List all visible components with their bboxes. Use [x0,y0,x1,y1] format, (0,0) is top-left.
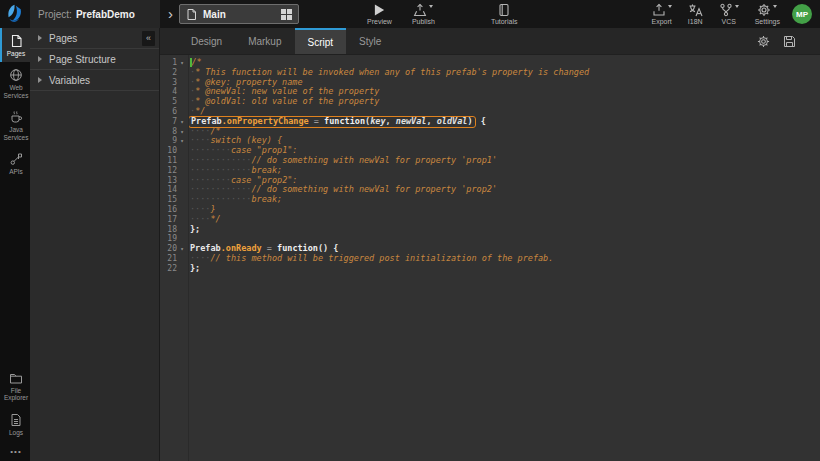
code-token: function [324,116,365,126]
chevron-down-icon [773,5,777,8]
fold-spacer [177,225,187,235]
code-token: oldVal [437,116,468,126]
rail-bottom-items: File ExplorerLogs••• [0,366,30,461]
code-token: ···· [190,126,210,136]
pages-icon [10,34,23,48]
tab-script[interactable]: Script [295,28,347,54]
code-token: * @key: property name [195,77,302,87]
script-settings-gear-icon[interactable] [757,35,770,48]
publish-button[interactable]: Publish [406,0,441,28]
panel-section-pages[interactable]: Pages« [30,28,159,49]
code-line: 5·* @oldVal: old value of the property [160,97,820,107]
panel-section-page-structure[interactable]: Page Structure [30,49,159,70]
code-token: ············ [190,194,251,204]
tab-style[interactable]: Style [346,28,394,54]
code-token: Prefab [190,243,221,253]
fold-spacer [177,78,187,88]
toolbar-label: Preview [367,18,392,25]
code-line: 18}; [160,225,820,235]
script-editor[interactable]: 1▾/*2·* This function will be invoked wh… [160,55,820,461]
sidebar-item-label: Logs [9,429,23,436]
rail-top-items: PagesWeb ServicesJava ServicesAPIs [0,28,30,181]
code-token: // this method will be triggered post in… [210,253,553,263]
code-line: 15············break; [160,195,820,205]
line-number: 17 [160,215,177,225]
sidebar-item-apis[interactable]: APIs [0,146,30,180]
file-explorer-icon [9,372,23,385]
code-token: */ [195,106,205,116]
export-icon [652,3,666,17]
wavemaker-logo[interactable] [0,0,30,28]
user-avatar[interactable]: MP [792,4,812,24]
code-token: ········ [190,145,231,155]
code-token: break; [251,165,282,175]
publish-icon [413,3,427,17]
code-token: ···· [190,135,210,145]
logs-icon [10,413,22,427]
sidebar-item-file-explorer[interactable]: File Explorer [0,366,30,407]
fold-toggle-icon[interactable]: ▾ [177,136,187,146]
sidebar-item-logs[interactable]: Logs [0,407,30,441]
line-number: 2 [160,68,177,78]
sidebar-item-label: Pages [7,50,25,57]
fold-toggle-icon[interactable]: ▾ [177,244,187,254]
sidebar-item-more[interactable]: ••• [0,441,30,461]
fold-spacer [177,215,187,225]
collapse-panel-button[interactable]: « [142,31,155,46]
left-icon-rail: PagesWeb ServicesJava ServicesAPIs File … [0,28,30,461]
toolbar-label: Export [651,18,671,25]
panel-section-variables[interactable]: Variables [30,70,159,91]
code-token: /* [210,126,220,136]
line-number: 22 [160,264,177,274]
topbar-actions-right: ExportI18NVCSSettings [645,0,786,28]
tab-design[interactable]: Design [178,28,235,54]
code-token: case "prop2": [231,175,298,185]
save-icon[interactable] [783,35,796,48]
fold-toggle-icon[interactable]: ▾ [177,117,187,127]
code-token: key [370,116,385,126]
grid-icon[interactable] [281,9,292,20]
code-token: */ [210,214,220,224]
code-token: = [309,116,324,126]
i18n-button[interactable]: I18N [682,0,709,28]
line-number: 19 [160,234,177,244]
tutorials-book-icon [497,3,511,17]
vcs-button[interactable]: VCS [713,0,745,28]
export-button[interactable]: Export [645,0,677,28]
fold-toggle-icon[interactable]: ▾ [177,58,187,68]
line-number: 11 [160,156,177,166]
tabbar-icons [757,28,820,54]
settings-button[interactable]: Settings [749,0,786,28]
fold-toggle-icon[interactable]: ▾ [177,127,187,137]
code-token: , [426,116,436,126]
code-token: newVal [396,116,427,126]
vcs-branch-icon [719,3,733,17]
sidebar-item-java-services[interactable]: Java Services [0,104,30,146]
sidebar-item-pages[interactable]: Pages [0,28,30,62]
code-token: ············ [190,155,251,165]
preview-button[interactable]: Preview [361,0,398,28]
code-token: = [262,243,277,253]
chevron-down-icon [735,5,739,8]
code-token: function [277,243,318,253]
code-token: { [476,116,486,126]
topbar: Project: PrefabDemo › Main PreviewPublis… [0,0,820,28]
sidebar-item-web-services[interactable]: Web Services [0,62,30,104]
code-line: 22}; [160,264,820,274]
code-token: }; [190,263,200,273]
chevron-right-icon [38,56,42,62]
toolbar-label: Publish [412,18,435,25]
code-text-line[interactable]: Prefab.onPropertyChange = function(key, … [187,117,486,127]
line-number: 14 [160,185,177,195]
i18n-translate-icon [688,3,703,17]
tutorials-button[interactable]: Tutorials [485,0,524,28]
page-selector[interactable]: Main [179,4,299,24]
fold-spacer [177,234,187,244]
fold-spacer [177,195,187,205]
code-token: * @oldVal: old value of the property [195,96,379,106]
code-text-line[interactable]: ····// this method will be triggered pos… [187,254,553,264]
line-number: 13 [160,176,177,186]
tab-markup[interactable]: Markup [235,28,294,54]
code-token: /* [192,57,202,67]
code-text-line[interactable]: ·* @oldVal: old value of the property [187,97,379,107]
